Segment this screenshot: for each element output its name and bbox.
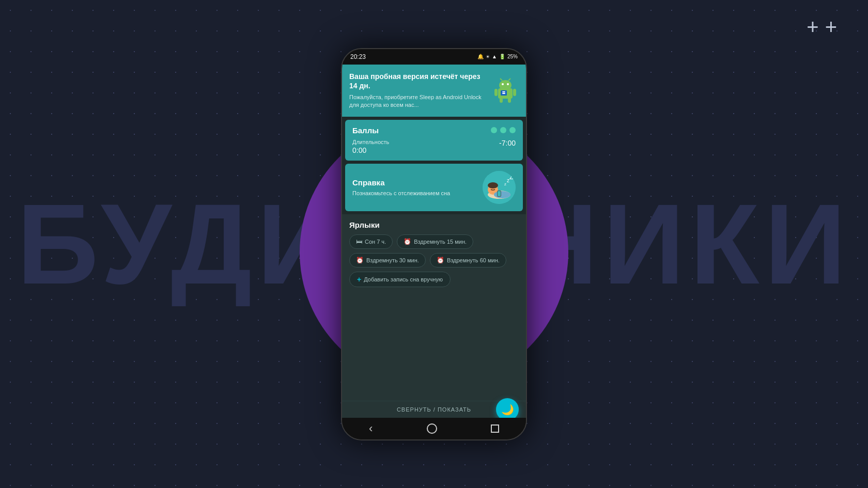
phone-nav-bar: ‹ bbox=[342, 418, 526, 439]
add-sleep-record-chip[interactable]: + Добавить запись сна вручную bbox=[349, 272, 451, 287]
chip-nap-60[interactable]: ⏰ Вздремнуть 60 мин. bbox=[430, 253, 506, 267]
svg-text:z: z bbox=[504, 182, 506, 186]
score-left: Длительность 0:00 bbox=[352, 139, 389, 154]
score-title: Баллы bbox=[352, 126, 379, 135]
svg-rect-11 bbox=[502, 91, 505, 92]
plus-icons-container: + + bbox=[807, 17, 837, 37]
svg-rect-12 bbox=[502, 93, 505, 94]
phone-wrapper: 20:23 🔔 ☀ ▲ 🔋 25% Ваша пробная версия ис… bbox=[341, 48, 527, 440]
collapse-show-label: СВЕРНУТЬ / ПОКАЗАТЬ bbox=[397, 406, 471, 413]
chip-sleep-7h[interactable]: 🛏 Сон 7 ч. bbox=[349, 234, 393, 249]
phone-device: 20:23 🔔 ☀ ▲ 🔋 25% Ваша пробная версия ис… bbox=[341, 48, 527, 440]
help-image: z z Z bbox=[483, 171, 516, 204]
bottom-bar[interactable]: СВЕРНУТЬ / ПОКАЗАТЬ 🌙 bbox=[342, 401, 526, 418]
labels-title: Ярлыки bbox=[349, 221, 519, 229]
svg-point-3 bbox=[507, 83, 509, 85]
svg-line-5 bbox=[508, 78, 510, 81]
svg-point-17 bbox=[494, 191, 510, 198]
svg-rect-8 bbox=[500, 98, 503, 103]
battery-icon: 🔋 bbox=[499, 54, 505, 59]
status-icons: 🔔 ☀ ▲ 🔋 25% bbox=[477, 54, 518, 59]
moon-icon: 🌙 bbox=[501, 403, 514, 416]
nav-home-button[interactable] bbox=[427, 423, 437, 434]
nap-60-icon: ⏰ bbox=[437, 257, 444, 264]
svg-line-4 bbox=[500, 78, 502, 81]
chip-nap-30[interactable]: ⏰ Вздремнуть 30 мин. bbox=[349, 253, 426, 267]
phone-status-bar: 20:23 🔔 ☀ ▲ 🔋 25% bbox=[342, 49, 526, 65]
svg-point-16 bbox=[488, 182, 498, 188]
chip-nap-15-label: Вздремнуть 15 мин. bbox=[414, 239, 467, 245]
score-row: Длительность 0:00 -7:00 bbox=[352, 139, 516, 154]
svg-point-2 bbox=[502, 83, 504, 85]
brightness-icon: ☀ bbox=[486, 54, 490, 59]
svg-point-1 bbox=[499, 80, 512, 90]
signal-icon: ▲ bbox=[492, 54, 497, 59]
svg-rect-6 bbox=[494, 89, 498, 96]
chip-nap-60-label: Вздремнуть 60 мин. bbox=[447, 257, 500, 263]
chip-nap-15[interactable]: ⏰ Вздремнуть 15 мин. bbox=[397, 234, 473, 249]
score-header: Баллы bbox=[352, 126, 516, 135]
nap-30-icon: ⏰ bbox=[356, 257, 364, 264]
svg-rect-9 bbox=[508, 98, 511, 103]
score-dots bbox=[491, 127, 516, 133]
nav-recent-button[interactable] bbox=[491, 424, 499, 433]
sleep-icon: 🛏 bbox=[356, 238, 362, 245]
nap-15-icon: ⏰ bbox=[404, 238, 411, 245]
alarm-icon: 🔔 bbox=[477, 54, 484, 59]
score-dot-3 bbox=[509, 127, 516, 133]
trial-mascot bbox=[492, 77, 519, 104]
duration-value: 0:00 bbox=[352, 146, 389, 154]
score-dot-1 bbox=[491, 127, 497, 133]
chip-sleep-7h-label: Сон 7 ч. bbox=[365, 239, 386, 245]
plus-icon-left[interactable]: + bbox=[807, 17, 818, 37]
battery-percent: 25% bbox=[507, 54, 518, 59]
trial-text-block: Ваша пробная версия истечёт через 14 дн.… bbox=[349, 72, 487, 109]
phone-screen: Ваша пробная версия истечёт через 14 дн.… bbox=[342, 65, 526, 418]
help-text-block: Справка Познакомьтесь с отслеживанием сн… bbox=[352, 178, 477, 196]
labels-section: Ярлыки 🛏 Сон 7 ч. ⏰ Вздремнуть 15 мин. ⏰… bbox=[342, 214, 526, 401]
duration-label: Длительность bbox=[352, 139, 389, 145]
svg-rect-22 bbox=[498, 191, 501, 196]
status-time: 20:23 bbox=[350, 53, 366, 60]
help-title: Справка bbox=[352, 178, 477, 187]
svg-text:Z: Z bbox=[509, 174, 513, 181]
trial-title: Ваша пробная версия истечёт через 14 дн. bbox=[349, 72, 487, 90]
help-section[interactable]: Справка Познакомьтесь с отслеживанием сн… bbox=[345, 164, 523, 211]
chip-nap-30-label: Вздремнуть 30 мин. bbox=[366, 257, 419, 263]
help-subtitle: Познакомьтесь с отслеживанием сна bbox=[352, 190, 477, 196]
trial-subtitle: Пожалуйста, приобретите Sleep as Android… bbox=[349, 93, 487, 109]
sleep-person-svg: z z Z bbox=[483, 171, 516, 204]
svg-rect-7 bbox=[513, 89, 516, 96]
plus-icon-right[interactable]: + bbox=[825, 17, 837, 37]
fab-moon-button[interactable]: 🌙 bbox=[496, 398, 519, 418]
add-sleep-label: Добавить запись сна вручную bbox=[364, 276, 443, 282]
score-dot-2 bbox=[500, 127, 506, 133]
labels-grid: 🛏 Сон 7 ч. ⏰ Вздремнуть 15 мин. ⏰ Вздрем… bbox=[349, 234, 519, 287]
trial-banner[interactable]: Ваша пробная версия истечёт через 14 дн.… bbox=[342, 65, 526, 117]
nav-back-button[interactable]: ‹ bbox=[369, 422, 373, 435]
score-section[interactable]: Баллы Длительность 0:00 -7:00 bbox=[345, 120, 523, 161]
add-icon: + bbox=[357, 275, 361, 284]
score-minus-value: -7:00 bbox=[499, 139, 516, 147]
android-mascot-svg bbox=[492, 77, 519, 104]
